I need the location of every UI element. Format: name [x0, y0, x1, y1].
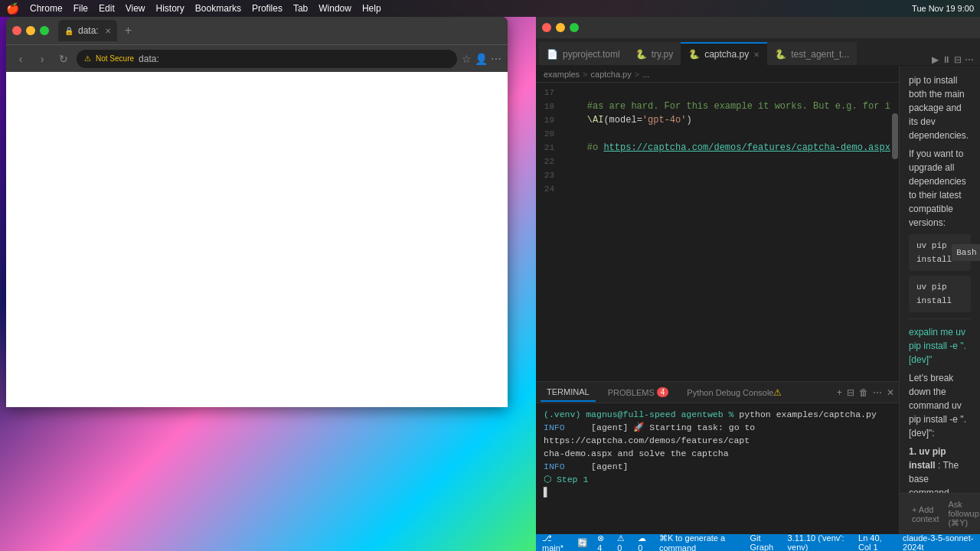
vscode-editor[interactable]: 17 18 19 20 21 22 23 24 #as are hard. Fo… — [536, 83, 899, 381]
chrome-tab-title: data: — [78, 25, 99, 36]
back-button[interactable]: ‹ — [12, 51, 29, 67]
code-line-17 — [559, 86, 891, 99]
vscode-main: examples > captcha.py > ... 17 18 19 20 … — [536, 66, 980, 534]
ai-command-text: uv pip install — [916, 239, 952, 266]
tab-favicon-icon: 🔒 — [64, 27, 74, 35]
ai-install-text: uv pip install — [916, 280, 963, 308]
vscode-close-button[interactable] — [542, 23, 551, 32]
menubar-help[interactable]: Help — [362, 3, 381, 14]
status-git-graph[interactable]: Git Graph — [750, 533, 779, 551]
terminal-add-icon[interactable]: + — [837, 387, 842, 398]
status-remote[interactable]: ☁ 0 — [638, 533, 650, 552]
menubar-file[interactable]: File — [74, 3, 88, 14]
bookmark-icon[interactable]: ☆ — [462, 53, 472, 65]
terminal-line-1: (.venv) magnus@full-speed agentweb % pyt… — [544, 408, 891, 421]
vscode-terminal: TERMINAL PROBLEMS 4 Python Debug Console… — [536, 381, 899, 534]
menubar-view[interactable]: View — [126, 3, 145, 14]
terminal-line-4: INFO [agent] — [544, 460, 891, 473]
ask-followup-button[interactable]: Ask followup (⌘Y) — [943, 498, 980, 530]
editor-gutter: 17 18 19 20 21 22 23 24 — [536, 83, 559, 381]
terminal-trash-icon[interactable]: 🗑 — [859, 387, 868, 398]
tab-pyproject[interactable]: 📄 pyproject.toml — [539, 42, 628, 65]
terminal-tab-debug-console[interactable]: Python Debug Console ⚠ — [681, 383, 788, 402]
chrome-tab[interactable]: 🔒 data: ✕ — [58, 20, 117, 41]
editor-content[interactable]: #as are hard. For this example it works.… — [559, 83, 891, 381]
ai-chat-content[interactable]: pip to install both the main package and… — [900, 66, 980, 493]
more-tabs-icon[interactable]: ⋯ — [965, 54, 974, 65]
chrome-minimize-button[interactable] — [26, 26, 35, 35]
debug-warning-icon: ⚠ — [773, 387, 782, 398]
menubar-history[interactable]: History — [156, 3, 185, 14]
code-link-21[interactable]: https://captcha.com/demos/features/captc… — [603, 142, 890, 153]
tab-close-icon[interactable]: ✕ — [105, 27, 111, 35]
ai-input-area: + Add context Ask followup (⌘Y) — [900, 493, 980, 534]
profile-icon[interactable]: 👤 — [475, 53, 488, 65]
menubar-time: Tue Nov 19 9:00 — [912, 4, 974, 13]
mac-menubar: 🍎 Chrome File Edit View History Bookmark… — [0, 0, 980, 17]
terminal-tab-terminal[interactable]: TERMINAL — [541, 383, 596, 402]
menubar-window[interactable]: Window — [318, 3, 351, 14]
terminal-more-icon[interactable]: ⋯ — [873, 387, 882, 398]
terminal-text-3: cha-demo.aspx and solve the captcha — [544, 448, 729, 458]
terminal-close-icon[interactable]: ✕ — [887, 387, 894, 398]
forward-button[interactable]: › — [34, 51, 51, 67]
breadcrumb-examples[interactable]: examples — [544, 70, 580, 79]
vscode-traffic-lights — [542, 23, 579, 32]
code-comment-21a: #o — [565, 142, 603, 153]
chrome-traffic-lights — [12, 26, 49, 35]
breadcrumb-sep1: > — [583, 70, 587, 79]
status-branch[interactable]: ⎇ main* — [542, 533, 568, 552]
tab-captcha[interactable]: 🐍 captcha.py ✕ — [681, 42, 767, 65]
tab-try[interactable]: 🐍 try.py — [628, 42, 681, 65]
terminal-content[interactable]: (.venv) magnus@full-speed agentweb % pyt… — [536, 403, 899, 534]
terminal-tab-problems[interactable]: PROBLEMS 4 — [602, 383, 675, 402]
address-bar[interactable]: ⚠ Not Secure data: — [77, 50, 457, 68]
menubar-edit[interactable]: Edit — [99, 3, 115, 14]
terminal-split-icon[interactable]: ⊟ — [847, 387, 854, 398]
ai-install-command: uv pip install — [909, 276, 971, 312]
code-line-23 — [559, 168, 891, 182]
terminal-cursor: ▋ — [544, 487, 549, 497]
menubar-tab[interactable]: Tab — [293, 3, 308, 14]
tab-captcha-close-icon[interactable]: ✕ — [753, 51, 760, 59]
editor-scrollbar[interactable] — [891, 83, 899, 381]
tab-captcha-icon: 🐍 — [688, 49, 700, 60]
breadcrumb-captcha[interactable]: captcha.py — [591, 70, 632, 79]
menubar-bookmarks[interactable]: Bookmarks — [195, 3, 241, 14]
status-version[interactable]: 3.11.10 ('venv': venv) — [788, 533, 850, 551]
split-editor-icon[interactable]: ⊟ — [954, 54, 962, 65]
vscode-minimize-button[interactable] — [556, 23, 565, 32]
status-errors[interactable]: ⊗ 4 — [597, 533, 608, 552]
status-warnings[interactable]: ⚠ 0 — [617, 533, 629, 552]
debug-icon[interactable]: ⏸ — [942, 54, 951, 65]
status-sync-icon[interactable]: 🔄 — [577, 538, 588, 548]
vscode-maximize-button[interactable] — [570, 23, 579, 32]
vscode-window: 📄 pyproject.toml 🐍 try.py 🐍 captcha.py ✕… — [536, 17, 980, 551]
new-tab-button[interactable]: + — [125, 24, 132, 37]
menubar-chrome[interactable]: Chrome — [30, 3, 63, 14]
status-model[interactable]: claude-3-5-sonnet-2024t — [903, 533, 974, 551]
tab-try-label: try.py — [652, 49, 673, 60]
bash-label[interactable]: Bash — [952, 244, 980, 261]
ai-panel: pip to install both the main package and… — [900, 66, 980, 534]
apple-logo-icon[interactable]: 🍎 — [6, 2, 19, 15]
terminal-actions: + ⊟ 🗑 ⋯ ✕ — [837, 387, 894, 398]
chrome-window: 🔒 data: ✕ + ‹ › ↻ ⚠ Not Secure data: ☆ 👤… — [6, 17, 508, 407]
tab-test-agent[interactable]: 🐍 test_agent_t... — [767, 42, 857, 65]
chrome-maximize-button[interactable] — [40, 26, 49, 35]
status-line-col[interactable]: Ln 40, Col 1 — [858, 533, 893, 551]
vscode-statusbar: ⎇ main* 🔄 ⊗ 4 ⚠ 0 ☁ 0 ⌘K to generate a c… — [536, 534, 980, 551]
terminal-step-5: ⬡ Step 1 — [544, 474, 588, 484]
chrome-close-button[interactable] — [12, 26, 21, 35]
more-options-icon[interactable]: ⋯ — [491, 53, 501, 65]
address-text: data: — [139, 54, 159, 64]
vscode-titlebar — [536, 17, 980, 38]
reload-button[interactable]: ↻ — [55, 51, 72, 67]
code-close-19: ) — [686, 115, 691, 126]
security-icon: ⚠ — [84, 54, 91, 63]
add-context-button[interactable]: + Add context — [907, 504, 943, 525]
code-paren-19: (model= — [603, 115, 642, 126]
menubar-profiles[interactable]: Profiles — [252, 3, 283, 14]
breadcrumb-more[interactable]: ... — [642, 70, 649, 79]
run-icon[interactable]: ▶ — [932, 54, 939, 65]
